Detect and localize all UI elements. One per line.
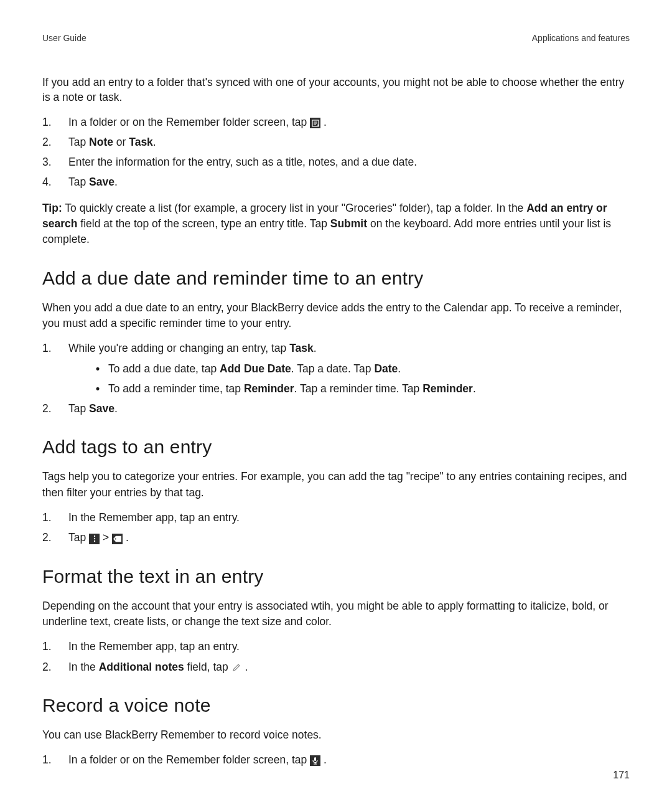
step-text: . <box>114 402 118 415</box>
step-text: . <box>126 531 129 544</box>
ui-label-submit: Submit <box>330 217 367 230</box>
step-text: Tap <box>68 136 89 148</box>
list-item: Enter the information for the entry, suc… <box>42 154 630 170</box>
body-paragraph: You can use BlackBerry Remember to recor… <box>42 727 630 743</box>
header-right: Applications and features <box>532 32 630 45</box>
step-text: . <box>314 342 317 354</box>
body-paragraph: Depending on the account that your entry… <box>42 598 630 630</box>
page-header: User Guide Applications and features <box>42 32 630 45</box>
ui-label-note: Note <box>89 136 113 148</box>
step-text: . Tap a date. Tap <box>291 362 375 375</box>
step-text: . <box>398 362 401 375</box>
step-text: . Tap a reminder time. Tap <box>294 382 423 395</box>
intro-paragraph: If you add an entry to a folder that's s… <box>42 75 630 105</box>
step-text: Tap <box>68 402 89 415</box>
format-steps-list: In the Remember app, tap an entry. In th… <box>42 638 630 675</box>
due-date-steps-list: While you're adding or changing an entry… <box>42 340 630 417</box>
microphone-icon <box>310 755 320 766</box>
svg-point-7 <box>93 538 95 539</box>
svg-point-10 <box>114 539 116 540</box>
svg-rect-11 <box>314 757 316 761</box>
list-item: Tap Save. <box>42 174 630 190</box>
step-text: . <box>324 753 327 766</box>
list-item: While you're adding or changing an entry… <box>42 340 630 397</box>
step-text: In a folder or on the Remember folder sc… <box>68 753 310 766</box>
body-paragraph: Tags help you to categorize your entries… <box>42 469 630 501</box>
list-item: In a folder or on the Remember folder sc… <box>42 752 630 768</box>
tag-icon <box>112 534 123 544</box>
add-entry-icon <box>310 118 320 128</box>
list-item: Tap Note or Task. <box>42 134 630 150</box>
tags-steps-list: In the Remember app, tap an entry. Tap >… <box>42 509 630 546</box>
sub-bullets: To add a due date, tap Add Due Date. Tap… <box>68 361 630 397</box>
step-text: To add a due date, tap <box>108 362 220 375</box>
page-number: 171 <box>613 768 630 782</box>
voice-steps-list: In a folder or on the Remember folder sc… <box>42 752 630 768</box>
ui-label-reminder: Reminder <box>422 382 473 395</box>
step-text: To add a reminder time, tap <box>108 382 244 395</box>
list-item: In the Remember app, tap an entry. <box>42 638 630 654</box>
section-heading-due-date: Add a due date and reminder time to an e… <box>42 265 630 291</box>
list-item: In the Remember app, tap an entry. <box>42 509 630 526</box>
section-heading-format: Format the text in an entry <box>42 564 630 590</box>
body-paragraph: When you add a due date to an entry, you… <box>42 300 630 332</box>
svg-point-8 <box>93 540 95 542</box>
tip-text: To quickly create a list (for example, a… <box>62 202 526 214</box>
more-icon <box>89 534 100 544</box>
step-text: In a folder or on the Remember folder sc… <box>68 116 310 128</box>
ui-label-save: Save <box>89 176 114 188</box>
ui-label-save: Save <box>89 402 114 415</box>
svg-marker-9 <box>113 536 121 542</box>
step-text: . <box>324 116 327 128</box>
list-item: In a folder or on the Remember folder sc… <box>42 114 630 130</box>
format-pencil-icon <box>231 662 242 672</box>
top-steps-list: In a folder or on the Remember folder sc… <box>42 114 630 191</box>
tip-block: Tip: To quickly create a list (for examp… <box>42 201 630 248</box>
ui-label-add-due-date: Add Due Date <box>220 362 291 375</box>
step-text: field, tap <box>184 661 231 673</box>
list-item: To add a due date, tap Add Due Date. Tap… <box>68 361 630 377</box>
step-text: In the <box>68 661 99 673</box>
ui-label-reminder: Reminder <box>244 382 294 395</box>
tip-label: Tip: <box>42 202 62 214</box>
list-item: To add a reminder time, tap Reminder. Ta… <box>68 380 630 397</box>
ui-label-task: Task <box>129 136 153 148</box>
ui-label-additional-notes: Additional notes <box>99 661 184 673</box>
section-heading-voice: Record a voice note <box>42 692 630 719</box>
step-text: . <box>245 661 248 673</box>
step-text: Tap <box>68 176 89 188</box>
ui-label-date: Date <box>374 362 398 375</box>
step-text: . <box>473 382 476 395</box>
list-item: Tap > . <box>42 529 630 545</box>
step-text: or <box>113 136 129 148</box>
svg-point-6 <box>93 536 95 537</box>
step-text: . <box>114 176 118 188</box>
header-left: User Guide <box>42 32 86 45</box>
section-heading-tags: Add tags to an entry <box>42 434 630 460</box>
step-text: While you're adding or changing an entry… <box>68 342 289 354</box>
step-text: > <box>103 531 112 544</box>
ui-label-task: Task <box>289 342 314 354</box>
list-item: In the Additional notes field, tap . <box>42 659 630 675</box>
step-text: . <box>153 136 156 148</box>
tip-text: field at the top of the screen, type an … <box>77 217 330 230</box>
list-item: Tap Save. <box>42 400 630 417</box>
step-text: Tap <box>68 531 89 544</box>
